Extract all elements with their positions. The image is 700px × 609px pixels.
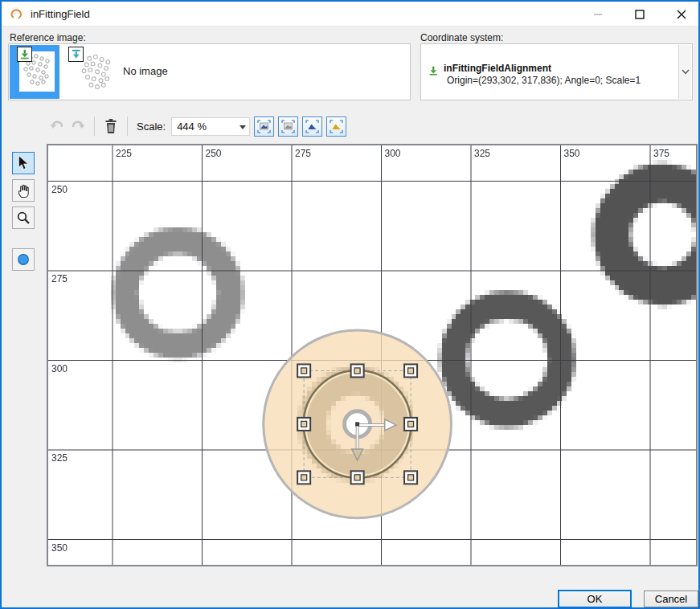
import-arrow-icon (70, 48, 82, 60)
grid-label-x: 225 (116, 148, 132, 159)
coordinate-system-combobox[interactable]: inFittingFieldAlignment Origin=(293,302,… (420, 43, 693, 100)
fit-selection-button[interactable] (302, 116, 322, 137)
hand-icon (16, 183, 31, 198)
no-image-text: No image (123, 65, 168, 77)
resize-handle-inner (408, 421, 414, 427)
pan-tool-button[interactable] (12, 179, 35, 202)
select-tool-button[interactable] (12, 152, 35, 174)
cursor-arrow-icon (17, 156, 30, 170)
selection-origin-point (355, 422, 359, 426)
scale-value: 444 % (177, 121, 207, 133)
resize-handle-inner (301, 475, 307, 480)
resize-handle-inner (408, 368, 414, 374)
alignment-download-icon (428, 64, 439, 77)
scale-dropdown-arrow-icon (239, 125, 246, 129)
grid-label-x: 250 (206, 148, 222, 159)
grid-label-y: 250 (51, 184, 68, 195)
ok-button[interactable]: OK (558, 590, 632, 608)
minimize-icon (593, 10, 603, 19)
coordinate-system-dropdown-button[interactable] (678, 45, 691, 99)
fit-image-icon (281, 120, 295, 133)
fit-selection-icon (305, 120, 319, 133)
maximize-icon (635, 10, 645, 19)
image-canvas[interactable]: 225250275300325350375250275300325350 (47, 144, 698, 566)
undo-button[interactable] (47, 116, 68, 137)
title-bar: inFittingField (2, 2, 698, 27)
reference-thumbnail-noimage[interactable] (62, 45, 125, 99)
circle-shape-icon (16, 252, 31, 267)
redo-button[interactable] (68, 116, 88, 137)
fit-image-and-selection-button[interactable] (254, 116, 274, 137)
grid-label-y: 350 (51, 542, 68, 554)
resize-handle-inner (301, 421, 307, 427)
chevron-down-icon (682, 69, 690, 75)
window-title: inFittingField (31, 8, 90, 20)
toolbar-separator (127, 116, 128, 136)
coordinate-system-name: inFittingFieldAlignment (444, 63, 641, 74)
fit-highlight-button[interactable] (326, 116, 346, 137)
fit-image-selection-icon (257, 120, 271, 133)
undo-icon (49, 119, 65, 133)
coordinate-system-details: Origin=(293,302, 317,836); Angle=0; Scal… (447, 75, 641, 86)
resize-handle-inner (354, 475, 360, 480)
dialog-window: inFittingField Reference image: Coordina… (0, 0, 700, 609)
reference-image-label: Reference image: (10, 32, 86, 43)
resize-handle-inner (301, 368, 307, 374)
reference-thumbnail-selected[interactable] (10, 45, 59, 99)
scale-label: Scale: (137, 121, 166, 133)
cancel-button-label: Cancel (655, 593, 687, 605)
maximize-button[interactable] (628, 4, 652, 25)
grid-label-y: 325 (51, 452, 68, 464)
zoom-tool-button[interactable] (12, 206, 35, 229)
grid-label-x: 375 (653, 148, 669, 159)
minimize-button[interactable] (586, 4, 610, 25)
circle-tool-button[interactable] (12, 248, 35, 271)
redo-icon (70, 119, 86, 133)
grid-label-y: 275 (51, 273, 68, 284)
canvas-toolbar: Scale: 444 % (47, 114, 346, 138)
cancel-button[interactable]: Cancel (644, 591, 698, 607)
grid-label-y: 300 (51, 363, 68, 374)
reference-image-group: No image (8, 43, 411, 100)
import-image-badge (68, 47, 84, 62)
grid-label-x: 350 (564, 148, 580, 159)
resize-handle-inner (408, 475, 414, 480)
fit-highlight-icon (330, 120, 343, 133)
grid-label-x: 325 (474, 148, 490, 159)
magnifier-icon (16, 210, 31, 225)
fit-image-button[interactable] (278, 116, 298, 137)
image-loaded-badge (17, 47, 32, 62)
toolbar-separator (94, 116, 95, 136)
scale-combobox[interactable]: 444 % (171, 117, 250, 136)
canvas-overlay: 225250275300325350375250275300325350 (48, 145, 696, 565)
close-button[interactable] (669, 4, 694, 25)
close-icon (677, 10, 686, 19)
coordinate-system-label: Coordinate system: (420, 32, 503, 43)
ok-button-label: OK (587, 593, 603, 605)
resize-handle-inner (354, 368, 360, 374)
grid-label-x: 300 (385, 148, 401, 159)
grid-label-x: 275 (295, 148, 311, 159)
download-arrow-icon (18, 48, 31, 60)
delete-button[interactable] (100, 116, 121, 137)
app-icon (10, 7, 24, 21)
trash-icon (104, 118, 118, 134)
